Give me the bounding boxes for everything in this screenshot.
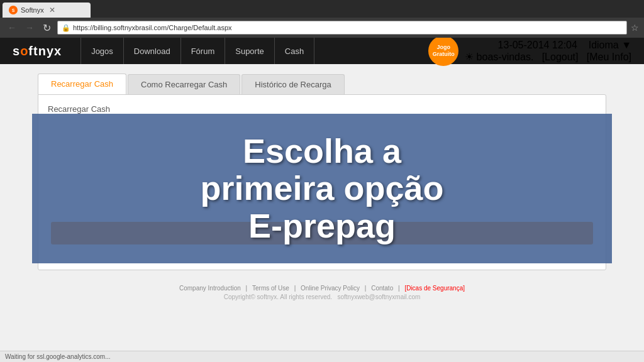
site-logo: softnyx [13, 44, 62, 58]
overlay-line1: Escolha a [243, 132, 401, 170]
nav-welcome-row: ☀ boas-vindas. [Logout] [Meu Info] [465, 51, 631, 63]
nav-download[interactable]: Download [124, 38, 181, 64]
footer-contato[interactable]: Contato [371, 285, 393, 292]
nav-welcome-text: boas-vindas. [477, 52, 534, 62]
footer-links: Company Introduction | Terms of Use | On… [5, 285, 639, 292]
footer-terms[interactable]: Terms of Use [252, 285, 289, 292]
logo-o: o [20, 44, 28, 58]
jogo-gratuito-text: JogoGratuito [433, 44, 455, 58]
sun-icon: ☀ [465, 52, 474, 62]
jogo-gratuito-badge[interactable]: JogoGratuito [428, 38, 458, 66]
nav-suporte[interactable]: Suporte [225, 38, 275, 64]
nav-datetime: 13-05-2014 12:04 [498, 40, 577, 50]
address-bar-row: ← → ↻ 🔒 https://billing.softnyxbrasil.co… [0, 18, 644, 38]
bookmark-button[interactable]: ☆ [631, 23, 639, 33]
nav-meuinfo[interactable]: [Meu Info] [587, 52, 631, 62]
refresh-button[interactable]: ↻ [40, 21, 53, 35]
footer-company[interactable]: Company Introduction [179, 285, 241, 292]
footer-copyright: Copyright© softnyx. All rights reserved.… [5, 293, 639, 300]
forward-button[interactable]: → [23, 21, 36, 34]
overlay-line2: primeira opção [200, 169, 443, 207]
footer-sep4: | [398, 285, 401, 292]
footer-sep2: | [294, 285, 297, 292]
tab-historico[interactable]: Histórico de Recarga [242, 74, 344, 94]
logo-prefix: s [13, 44, 20, 58]
status-bar: Waiting for ssl.google-analytics.com... [0, 351, 644, 362]
tab-navigation: Recarregar Cash Como Recarregar Cash His… [38, 74, 606, 94]
nav-forum[interactable]: Fórum [181, 38, 226, 64]
website-content: softnyx Jogos Download Fórum Suporte Cas… [0, 38, 644, 351]
tab-close-button[interactable]: ✕ [49, 6, 55, 14]
footer-sep3: | [365, 285, 368, 292]
overlay-banner: Escolha a primeira opção E-prepag [32, 114, 612, 263]
browser-tab[interactable]: S Softnyx ✕ [3, 3, 91, 18]
logo-text: softnyx [13, 44, 62, 58]
nav-idioma[interactable]: Idioma ▼ [589, 40, 631, 50]
nav-links: Jogos Download Fórum Suporte Cash [80, 38, 422, 64]
url-text: https://billing.softnyxbrasil.com/Charge… [73, 24, 232, 31]
overlay-text: Escolha a primeira opção E-prepag [57, 133, 587, 244]
nav-cash[interactable]: Cash [275, 38, 314, 64]
content-box: Recarregar Cash Escolha a primeira opção… [38, 94, 606, 270]
footer-privacy[interactable]: Online Privacy Policy [301, 285, 360, 292]
nav-datetime-row: 13-05-2014 12:04 Idioma ▼ [465, 40, 631, 51]
tab-como-recarregar[interactable]: Como Recarregar Cash [128, 74, 240, 94]
address-bar[interactable]: 🔒 https://billing.softnyxbrasil.com/Char… [57, 21, 627, 35]
tab-recarregar-cash[interactable]: Recarregar Cash [38, 74, 126, 94]
status-text: Waiting for ssl.google-analytics.com... [5, 353, 110, 360]
tab-bar: S Softnyx ✕ [0, 0, 644, 18]
footer-sep1: | [246, 285, 249, 292]
site-navigation: softnyx Jogos Download Fórum Suporte Cas… [0, 38, 644, 64]
nav-jogos[interactable]: Jogos [80, 38, 124, 64]
main-content: Recarregar Cash Como Recarregar Cash His… [0, 64, 644, 280]
nav-right: 13-05-2014 12:04 Idioma ▼ ☀ boas-vindas.… [465, 40, 631, 63]
site-footer: Company Introduction | Terms of Use | On… [0, 280, 644, 305]
overlay-line3: E-prepag [248, 207, 396, 244]
tab-title: Softnyx [21, 6, 44, 14]
lock-icon: 🔒 [62, 24, 70, 32]
logo-suffix: ftnyx [28, 44, 62, 58]
back-button[interactable]: ← [5, 21, 19, 34]
browser-chrome: S Softnyx ✕ ← → ↻ 🔒 https://billing.soft… [0, 0, 644, 38]
content-title: Recarregar Cash [48, 104, 596, 114]
tab-favicon: S [9, 6, 18, 14]
footer-email: softnyxweb@softnyxmail.com [337, 293, 420, 300]
nav-logout[interactable]: [Logout] [542, 52, 579, 62]
footer-dicas[interactable]: [Dicas de Segurança] [404, 285, 465, 292]
